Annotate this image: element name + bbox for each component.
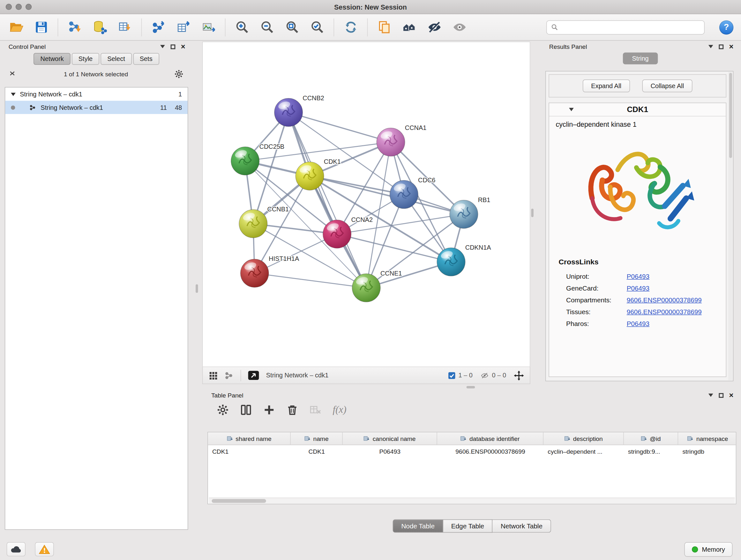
column-header-description[interactable]: description xyxy=(543,432,624,445)
float-panel-icon[interactable] xyxy=(171,44,175,49)
results-panel: Results Panel × String Expand All Collap… xyxy=(543,42,737,384)
network-list-icon[interactable] xyxy=(224,371,234,380)
refresh-icon[interactable] xyxy=(342,18,359,37)
panel-menu-icon[interactable] xyxy=(160,45,165,48)
table-header-row: shared name name canonical name database… xyxy=(208,432,736,445)
cell-name[interactable]: CDK1 xyxy=(291,448,343,455)
tissues-link[interactable]: 9606.ENSP00000378699 xyxy=(627,308,702,315)
collapse-all-button[interactable]: Collapse All xyxy=(642,79,692,92)
close-panel-icon[interactable]: × xyxy=(729,44,734,50)
hide-eye-slash-icon[interactable] xyxy=(426,18,443,37)
panel-menu-icon[interactable] xyxy=(708,45,713,48)
grid-view-icon[interactable] xyxy=(208,371,218,380)
network-options-gear-icon[interactable] xyxy=(174,70,183,78)
export-network-icon[interactable] xyxy=(150,18,166,37)
network-graph[interactable]: CCNB2CCNA1CDC25BCDK1CDC6RB1CCNB1CCNA2CDK… xyxy=(203,42,530,367)
maximize-window-button[interactable] xyxy=(25,4,31,10)
zoom-selected-icon[interactable] xyxy=(309,18,326,37)
cell-shared-name[interactable]: CDK1 xyxy=(208,448,291,455)
pan-crosshair-icon[interactable] xyxy=(514,370,524,381)
import-network-database-icon[interactable] xyxy=(91,18,108,37)
search-icon xyxy=(551,23,558,30)
pharos-link[interactable]: P06493 xyxy=(627,320,650,327)
right-splitter-handle[interactable] xyxy=(531,208,534,217)
selected-nodes-indicator: 1 – 0 xyxy=(448,372,473,379)
cell-at-id[interactable]: stringdb:9... xyxy=(624,448,678,455)
save-session-icon[interactable] xyxy=(32,18,50,37)
network-edge[interactable] xyxy=(288,112,391,142)
tab-style[interactable]: Style xyxy=(72,53,99,65)
memory-button[interactable]: Memory xyxy=(684,542,733,557)
cloud-status-button[interactable] xyxy=(7,542,25,556)
results-panel-header: Results Panel × xyxy=(543,42,737,51)
bottom-splitter-handle[interactable] xyxy=(467,386,475,388)
tab-sets[interactable]: Sets xyxy=(133,53,159,65)
import-network-file-icon[interactable] xyxy=(66,18,83,37)
clone-document-icon[interactable] xyxy=(376,18,393,37)
tab-node-table[interactable]: Node Table xyxy=(393,519,443,533)
network-view-canvas[interactable]: CCNB2CCNA1CDC25BCDK1CDC6RB1CCNB1CCNA2CDK… xyxy=(202,42,530,367)
tab-edge-table[interactable]: Edge Table xyxy=(443,519,493,533)
zoom-fit-icon[interactable] xyxy=(284,18,300,37)
table-horizontal-scrollbar[interactable] xyxy=(209,498,735,504)
network-row[interactable]: String Network – cdk1 11 48 xyxy=(5,101,188,114)
export-image-icon[interactable] xyxy=(200,18,217,37)
export-table-icon[interactable] xyxy=(175,18,192,37)
close-panel-icon[interactable]: × xyxy=(181,44,185,50)
hidden-eye-slash-icon[interactable] xyxy=(480,372,489,379)
genecard-link[interactable]: P06493 xyxy=(627,284,650,292)
results-scrollbar[interactable] xyxy=(728,72,732,380)
search-input[interactable] xyxy=(561,23,700,30)
float-panel-icon[interactable] xyxy=(719,393,724,397)
cell-database-identifier[interactable]: 9606.ENSP00000378699 xyxy=(437,448,543,455)
help-button[interactable]: ? xyxy=(719,20,733,34)
panel-menu-icon[interactable] xyxy=(708,394,713,397)
zoom-out-icon[interactable] xyxy=(259,18,275,37)
network-edge[interactable] xyxy=(255,273,366,288)
collection-expander-icon[interactable] xyxy=(11,92,16,96)
column-header-at-id[interactable]: @id xyxy=(624,432,678,445)
column-header-shared-name[interactable]: shared name xyxy=(208,432,291,445)
network-collection-row[interactable]: String Network – cdk1 1 xyxy=(5,87,188,101)
left-splitter-handle[interactable] xyxy=(196,284,198,293)
selection-checkbox-icon[interactable] xyxy=(448,372,456,379)
column-header-namespace[interactable]: namespace xyxy=(678,432,736,445)
column-header-name[interactable]: name xyxy=(291,432,343,445)
birdseye-view-toggle-icon[interactable] xyxy=(248,370,259,380)
tab-network[interactable]: Network xyxy=(34,53,71,65)
warnings-button[interactable] xyxy=(35,542,54,556)
table-row[interactable]: CDK1 CDK1 P06493 9606.ENSP00000378699 cy… xyxy=(208,445,736,458)
uniprot-link[interactable]: P06493 xyxy=(627,272,650,280)
function-builder-icon[interactable]: f(x) xyxy=(333,404,347,416)
create-column-plus-icon[interactable] xyxy=(263,404,275,416)
tab-network-table[interactable]: Network Table xyxy=(493,519,551,533)
column-header-canonical-name[interactable]: canonical name xyxy=(343,432,437,445)
show-eye-icon[interactable] xyxy=(451,18,468,37)
delete-table-icon-disabled xyxy=(310,404,321,416)
network-edge[interactable] xyxy=(288,112,366,288)
show-columns-icon[interactable] xyxy=(240,404,252,416)
string-results-box: Expand All Collapse All CDK1 cyclin–depe… xyxy=(545,71,733,381)
delete-column-trash-icon[interactable] xyxy=(286,404,298,416)
protein-card-header[interactable]: CDK1 xyxy=(549,103,726,116)
zoom-in-icon[interactable] xyxy=(233,18,251,37)
cell-canonical-name[interactable]: P06493 xyxy=(343,448,437,455)
compartments-link[interactable]: 9606.ENSP00000378699 xyxy=(627,296,702,304)
cell-description[interactable]: cyclin–dependent ... xyxy=(543,448,624,455)
column-header-database-identifier[interactable]: database identifier xyxy=(437,432,543,445)
table-options-gear-icon[interactable] xyxy=(217,404,229,416)
cell-namespace[interactable]: stringdb xyxy=(678,448,736,455)
minimize-window-button[interactable] xyxy=(16,4,22,10)
expand-all-button[interactable]: Expand All xyxy=(583,79,630,92)
open-session-icon[interactable] xyxy=(8,18,24,37)
node-count: 11 xyxy=(158,104,167,111)
float-panel-icon[interactable] xyxy=(719,44,724,49)
tab-select[interactable]: Select xyxy=(100,53,131,65)
main-toolbar: ? xyxy=(0,14,741,41)
import-table-file-icon[interactable] xyxy=(116,18,133,37)
homes-icon[interactable] xyxy=(401,18,418,37)
tab-string[interactable]: String xyxy=(623,52,658,64)
close-panel-icon[interactable]: × xyxy=(729,392,734,398)
expand-collapse-all-icon[interactable] xyxy=(10,71,17,78)
close-window-button[interactable] xyxy=(6,4,12,10)
